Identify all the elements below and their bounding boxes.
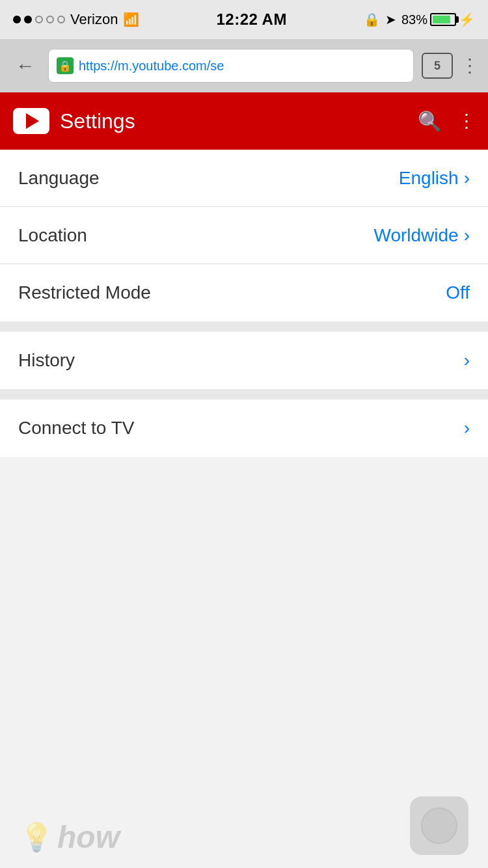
settings-content: Language English › Location Worldwide › …	[0, 150, 488, 457]
home-button[interactable]	[410, 796, 468, 855]
charging-icon: ⚡	[459, 12, 475, 27]
history-label: History	[18, 350, 75, 371]
connect-tv-chevron-icon: ›	[464, 418, 470, 439]
bottom-area: 💡 how	[0, 790, 488, 868]
connect-tv-value-container: ›	[464, 418, 470, 439]
lock-screen-icon: 🔒	[364, 12, 380, 27]
language-label: Language	[18, 168, 100, 189]
back-button[interactable]: ←	[10, 49, 40, 82]
settings-group-2: History ›	[0, 332, 488, 389]
url-text[interactable]: https://m.youtube.com/se	[79, 59, 224, 74]
location-value: Worldwide	[373, 225, 458, 246]
signal-dots	[13, 16, 65, 23]
lock-symbol: 🔒	[59, 60, 72, 72]
search-icon[interactable]: 🔍	[418, 110, 442, 133]
battery-percent: 83%	[401, 12, 427, 27]
location-item[interactable]: Location Worldwide ›	[0, 207, 488, 264]
status-left: Verizon 📶	[13, 11, 139, 28]
section-divider-1	[0, 321, 488, 332]
ssl-lock-icon: 🔒	[57, 57, 74, 74]
battery-container: 83% ⚡	[401, 12, 475, 27]
wifi-icon: 📶	[123, 12, 139, 27]
youtube-logo-button[interactable]	[13, 108, 49, 134]
signal-dot-1	[13, 16, 21, 23]
time-label: 12:22 AM	[216, 10, 286, 29]
location-chevron-icon: ›	[464, 225, 470, 246]
history-value-container: ›	[464, 350, 470, 371]
restricted-mode-label: Restricted Mode	[18, 282, 151, 303]
more-options-icon[interactable]: ⋮	[457, 112, 475, 130]
connect-tv-item[interactable]: Connect to TV ›	[0, 400, 488, 457]
location-label: Location	[18, 225, 87, 246]
status-bar: Verizon 📶 12:22 AM 🔒 ➤ 83% ⚡	[0, 0, 488, 39]
settings-group-1: Language English › Location Worldwide › …	[0, 150, 488, 321]
history-chevron-icon: ›	[464, 350, 470, 371]
language-item[interactable]: Language English ›	[0, 150, 488, 207]
battery-icon	[430, 13, 456, 26]
howtech-logo: 💡 how	[20, 819, 120, 855]
language-value-container: English ›	[399, 168, 470, 189]
location-icon: ➤	[385, 12, 396, 27]
browser-menu-button[interactable]: ⋮	[461, 57, 478, 75]
play-triangle-icon	[26, 113, 39, 129]
carrier-label: Verizon	[70, 11, 118, 28]
battery-fill	[433, 16, 450, 23]
settings-group-3: Connect to TV ›	[0, 400, 488, 457]
language-chevron-icon: ›	[464, 168, 470, 189]
youtube-logo-area: Settings	[13, 108, 135, 134]
page-title: Settings	[60, 109, 135, 133]
section-divider-2	[0, 389, 488, 400]
restricted-mode-item[interactable]: Restricted Mode Off	[0, 264, 488, 321]
header-icons: 🔍 ⋮	[418, 110, 475, 133]
signal-dot-2	[24, 16, 32, 23]
how-text: how	[57, 819, 120, 855]
connect-tv-label: Connect to TV	[18, 418, 134, 439]
url-bar[interactable]: 🔒 https://m.youtube.com/se	[48, 49, 414, 83]
browser-bar: ← 🔒 https://m.youtube.com/se 5 ⋮	[0, 39, 488, 92]
signal-dot-4	[46, 16, 54, 23]
bulb-icon: 💡	[20, 821, 53, 853]
history-item[interactable]: History ›	[0, 332, 488, 389]
signal-dot-5	[57, 16, 65, 23]
home-button-circle	[421, 807, 457, 844]
location-value-container: Worldwide ›	[373, 225, 470, 246]
tab-count-button[interactable]: 5	[422, 53, 453, 79]
restricted-mode-value-container: Off	[446, 282, 470, 303]
restricted-mode-value: Off	[446, 282, 470, 303]
signal-dot-3	[35, 16, 43, 23]
language-value: English	[399, 168, 459, 189]
youtube-header: Settings 🔍 ⋮	[0, 92, 488, 150]
status-right: 🔒 ➤ 83% ⚡	[364, 12, 475, 27]
